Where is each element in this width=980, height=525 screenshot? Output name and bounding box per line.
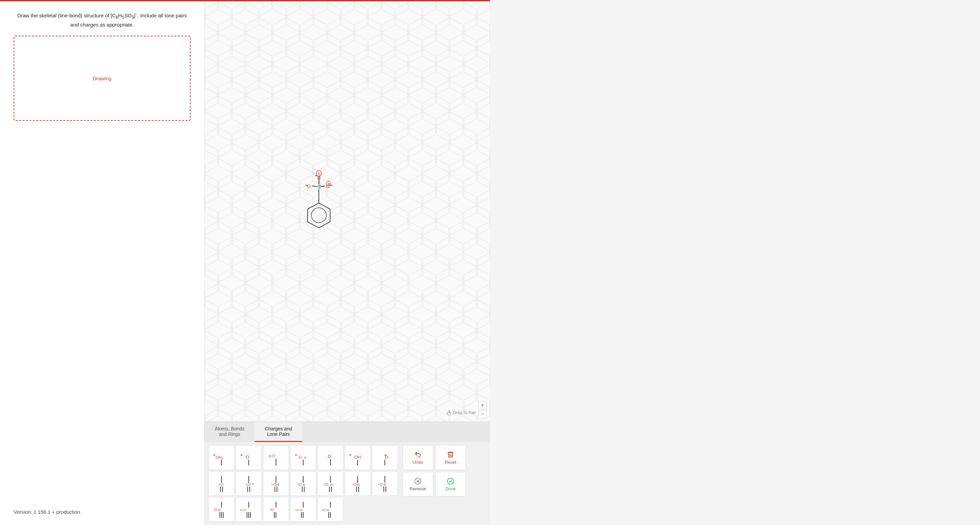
undo-button[interactable]: Undo (402, 445, 433, 470)
zoom-controls: + − (479, 401, 487, 418)
svg-text:⊖:O:: ⊖:O: (269, 454, 275, 458)
undo-label: Undo (412, 460, 423, 465)
svg-marker-4 (308, 203, 330, 228)
right-panel: S ⊖ O :O: (204, 2, 490, 525)
svg-text::OH₂:: :OH₂: (215, 455, 224, 459)
hand-icon (447, 410, 452, 415)
svg-text::O:: :O: (306, 183, 312, 188)
tab-charges-lone-pairs[interactable]: Charges andLone Pairs (255, 422, 302, 442)
svg-text:=O··⊖: =O··⊖ (324, 483, 333, 487)
svg-text:=O:⊖: =O:⊖ (321, 508, 329, 512)
question-text: Draw the skeletal (line-bond) structure … (14, 11, 191, 29)
done-label: Done (445, 486, 456, 491)
tool-dbl-o-neg1[interactable]: =O⊖ (263, 471, 289, 496)
svg-point-51 (253, 483, 253, 484)
svg-point-17 (306, 185, 307, 186)
main-layout: Draw the skeletal (line-bond) structure … (0, 2, 490, 525)
toolbar-area: Atoms, Bondsand Rings Charges andLone Pa… (205, 422, 490, 525)
svg-text:=O⊖: =O⊖ (352, 483, 360, 487)
svg-text:O·: O· (385, 455, 390, 460)
tool-trip-o-neg3[interactable]: =O· (263, 497, 289, 522)
tool-o-neg-lone[interactable]: ⊖:O: (263, 445, 289, 470)
remove-label: Remove (410, 486, 426, 491)
tool-trip-lp-neg[interactable]: =O·⊖ (290, 497, 316, 522)
svg-point-13 (315, 175, 316, 176)
tool-o-dot[interactable]: Ȯ (318, 445, 343, 470)
svg-text:⊕: ⊕ (295, 453, 298, 457)
tool-o-caret[interactable]: ⊕ :O: ∧ (290, 445, 316, 470)
svg-text:=O:⊖: =O:⊖ (378, 483, 386, 487)
drag-to-pan-label: Drag To Pan (447, 410, 476, 415)
svg-point-23 (331, 185, 332, 186)
svg-point-16 (305, 185, 306, 186)
drawing-area[interactable]: Drawing (14, 36, 191, 121)
svg-text:Ȯ: Ȯ (328, 454, 331, 459)
tool-trip-o-neg1[interactable]: :O:⊖ (208, 497, 234, 522)
tool-o-lone[interactable]: ⊕ :O (236, 445, 262, 470)
svg-point-14 (316, 175, 317, 176)
svg-point-99 (447, 478, 453, 484)
tool-trip-o-neg2[interactable]: ⊖:O:· (236, 497, 262, 522)
tool-dbl-o-neg2[interactable]: =O⊖ (345, 471, 371, 496)
drag-to-pan-text: Drag To Pan (453, 410, 476, 415)
svg-text:=O·⊖: =O·⊖ (297, 483, 305, 487)
svg-text:O: O (317, 175, 321, 180)
svg-point-22 (330, 185, 331, 186)
done-icon (447, 477, 454, 485)
molecule-container: S ⊖ O :O: (282, 153, 356, 250)
tool-dbl-o-lp2[interactable]: =O··⊖ (318, 471, 343, 496)
svg-text:=: = (320, 183, 321, 188)
tool-dbl-o-lp-neg[interactable]: =O·⊖ (290, 471, 316, 496)
canvas-area[interactable]: S ⊖ O :O: (205, 2, 490, 422)
tool-o-right-dots[interactable]: ⊕ O· (372, 445, 398, 470)
tool-dbl-o-neg3[interactable]: =O:⊖ (372, 471, 398, 496)
svg-text::O: :O (245, 455, 250, 460)
remove-button[interactable]: Remove (402, 472, 433, 496)
svg-text:⊕: ⊕ (240, 453, 243, 457)
svg-text:=O⊖: =O⊖ (271, 482, 279, 487)
molecule-svg: S ⊖ O :O: (282, 153, 356, 249)
svg-text:=O·⊖: =O·⊖ (295, 508, 303, 512)
svg-text:⊕: ⊕ (349, 453, 352, 457)
reset-icon (447, 451, 454, 458)
version-text: Version: 1.156.1 + production (14, 495, 191, 515)
drawing-label: Drawing (92, 76, 111, 81)
tools-grid-container: ⊕ :OH₂: ⊕ :O ⊖:O (205, 442, 490, 525)
tool-dbl-o1[interactable]: =O: (208, 471, 234, 496)
svg-text:OH: OH (354, 455, 361, 460)
svg-point-5 (311, 208, 326, 223)
reset-button[interactable]: Reset (435, 445, 466, 470)
zoom-in-button[interactable]: + (479, 401, 487, 409)
svg-text::O: ∧: :O: ∧ (298, 455, 307, 459)
action-buttons: Undo Reset (402, 445, 466, 496)
reset-label: Reset (445, 460, 456, 465)
svg-text::O:⊖: :O:⊖ (213, 508, 221, 512)
tool-trip-lp-neg2[interactable]: =O:⊖ (318, 497, 343, 522)
remove-icon (414, 477, 422, 485)
svg-text:=O:: =O: (218, 482, 224, 487)
tools-grid: ⊕ :OH₂: ⊕ :O ⊖:O (208, 445, 398, 522)
left-panel: Draw the skeletal (line-bond) structure … (0, 2, 204, 525)
tab-atoms-bonds[interactable]: Atoms, Bondsand Rings (205, 422, 255, 442)
tool-dbl-o2[interactable]: =O: (236, 471, 262, 496)
svg-line-18 (312, 186, 317, 186)
svg-text:⊖:O:·: ⊖:O:· (240, 508, 248, 512)
svg-text:=O:: =O: (245, 482, 251, 487)
undo-icon (414, 451, 422, 458)
tabs-row: Atoms, Bondsand Rings Charges andLone Pa… (205, 422, 490, 442)
done-button[interactable]: Done (435, 472, 466, 496)
svg-text:⊕: ⊕ (327, 182, 330, 185)
zoom-out-button[interactable]: − (479, 410, 487, 418)
tool-oh[interactable]: ⊕ OH (345, 445, 371, 470)
tool-oh2[interactable]: ⊕ :OH₂: (208, 445, 234, 470)
svg-text:=O·: =O· (269, 508, 275, 512)
